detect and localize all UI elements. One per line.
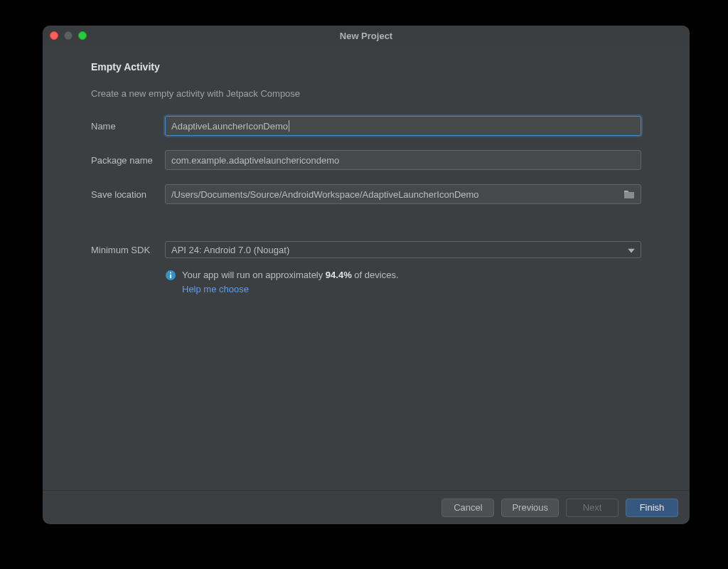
window-maximize-button[interactable] xyxy=(78,31,87,40)
text-caret xyxy=(289,120,289,132)
package-input-value: com.example.adaptivelaunchericondemo xyxy=(171,155,339,166)
help-me-choose-link[interactable]: Help me choose xyxy=(182,284,249,294)
sdk-info-row: Your app will run on approximately 94.4%… xyxy=(165,268,641,296)
location-label: Save location xyxy=(91,189,165,200)
window-close-button[interactable] xyxy=(50,31,58,40)
svg-rect-2 xyxy=(170,275,171,279)
page-subheading: Create a new empty activity with Jetpack… xyxy=(91,88,641,99)
traffic-lights xyxy=(50,31,87,40)
cancel-button[interactable]: Cancel xyxy=(441,499,494,517)
svg-point-1 xyxy=(170,272,171,273)
package-label: Package name xyxy=(91,155,165,166)
package-input[interactable]: com.example.adaptivelaunchericondemo xyxy=(165,150,641,170)
footer: Cancel Previous Next Finish xyxy=(43,490,690,524)
info-prefix: Your app will run on approximately xyxy=(182,270,326,280)
titlebar: New Project xyxy=(43,26,690,46)
dropdown-caret-icon xyxy=(628,245,635,255)
name-input-value: AdaptiveLauncherIconDemo xyxy=(171,121,288,132)
previous-button[interactable]: Previous xyxy=(501,499,559,517)
name-label: Name xyxy=(91,121,165,132)
minsdk-select[interactable]: API 24: Android 7.0 (Nougat) xyxy=(165,241,641,258)
minsdk-value: API 24: Android 7.0 (Nougat) xyxy=(171,245,289,255)
finish-button[interactable]: Finish xyxy=(626,499,678,517)
content-area: Empty Activity Create a new empty activi… xyxy=(43,46,690,490)
location-input-value: /Users/Documents/Source/AndroidWorkspace… xyxy=(171,189,479,200)
new-project-dialog: New Project Empty Activity Create a new … xyxy=(43,26,690,524)
location-input[interactable]: /Users/Documents/Source/AndroidWorkspace… xyxy=(165,184,641,204)
form: Name AdaptiveLauncherIconDemo Package na… xyxy=(91,116,641,296)
info-percent: 94.4% xyxy=(326,270,352,280)
window-title: New Project xyxy=(340,31,392,41)
info-icon xyxy=(165,270,176,283)
sdk-info-text: Your app will run on approximately 94.4%… xyxy=(182,268,399,296)
info-suffix: of devices. xyxy=(352,270,399,280)
next-button: Next xyxy=(566,499,619,517)
name-input[interactable]: AdaptiveLauncherIconDemo xyxy=(165,116,641,136)
page-heading: Empty Activity xyxy=(91,61,641,73)
minsdk-label: Minimum SDK xyxy=(91,245,165,255)
window-minimize-button[interactable] xyxy=(64,31,73,40)
browse-folder-icon[interactable] xyxy=(623,189,635,199)
